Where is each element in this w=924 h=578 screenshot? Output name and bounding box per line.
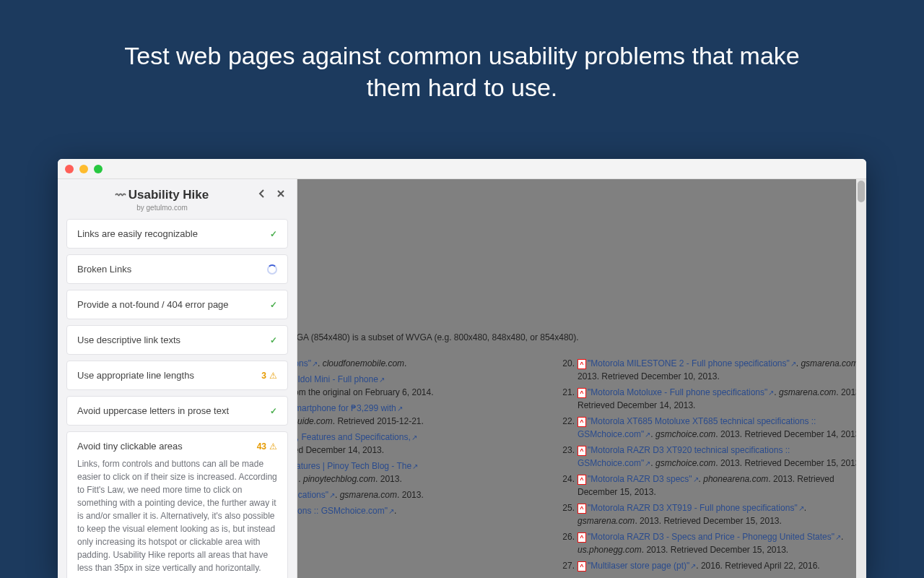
reference-item: 25.^"Motorola RAZR D3 XT919 - Full phone… [557,501,866,527]
back-icon[interactable] [256,188,268,199]
page-viewport[interactable]: VGA display; FWVGA (854x480) is a subset… [297,179,866,578]
reference-item: 20.^"Motorola MILESTONE 2 - Full phone s… [557,357,866,383]
intro-text: VGA display; FWVGA (854x480) is a subset… [297,331,866,344]
page-content: VGA display; FWVGA (854x480) is a subset… [297,331,866,575]
check-icon: ✓ [270,335,277,345]
rule-label: Provide a not-found / 404 error page [77,299,229,310]
scrollbar-thumb[interactable] [858,181,865,202]
warn-count: 3 [261,371,266,381]
rules-list: Links are easily recognizable✓Broken Lin… [58,219,297,578]
spinner-icon [267,264,277,275]
highlight-marker[interactable]: ^ [578,475,586,485]
brand: 〰Usability Hike by getulmo.com [68,188,256,212]
reference-number: 25. [557,501,578,527]
warning-icon: ⚠ [269,441,277,452]
highlight-marker[interactable]: ^ [578,388,586,398]
reference-number: 24. [557,473,578,499]
sidebar: 〰Usability Hike by getulmo.com Links are… [58,179,297,578]
reference-number: 27. [557,559,578,572]
check-icon: ✓ [270,300,277,310]
reference-item: 27.^"Multilaser store page (pt)"↗. 2016.… [557,559,866,572]
reference-number: 26. [557,530,578,556]
reference-item: erview, Specifications"↗. cloudfonemobil… [297,357,536,370]
reference-link[interactable]: echnical specifications :: GSMchoice.com… [297,506,388,516]
headline: Test web pages against common usability … [0,0,924,132]
reference-link[interactable]: "Motorola RAZR D3 - Specs and Price - Ph… [588,532,834,542]
window-controls [65,165,103,173]
reference-link[interactable]: 0 Specs, Price, Features | Pinoy Tech Bl… [297,461,411,471]
rule-label: Links are easily recognizable [77,228,198,239]
maximize-window-icon[interactable] [94,165,103,173]
reference-link[interactable]: 0 Price Philippines, Features and Specif… [297,432,411,442]
references-right: 20.^"Motorola MILESTONE 2 - Full phone s… [557,357,866,575]
rule-item[interactable]: Use descriptive link texts✓ [66,325,288,355]
reference-item: 0 Specs, Price, Features | Pinoy Tech Bl… [297,460,536,486]
reference-link[interactable]: "Multilaser store page (pt)" [588,561,689,571]
reference-item: 24.^"Motorola RAZR D3 specs"↗. phonearen… [557,473,866,499]
reference-link[interactable]: erview, Specifications" [297,358,311,368]
highlight-marker[interactable]: ^ [578,504,586,514]
reference-link[interactable]: "Motorola MILESTONE 2 - Full phone speci… [588,358,790,368]
highlight-marker[interactable]: ^ [578,359,586,369]
rule-label: Avoid uppercase letters in prose text [77,405,229,416]
reference-item: 22.^"Motorola XT685 Motoluxe XT685 techn… [557,415,866,441]
reference-link[interactable]: "Motorola Motoluxe - Full phone specific… [588,387,767,397]
app-window: 〰Usability Hike by getulmo.com Links are… [58,159,866,578]
warn-count: 43 [257,441,266,452]
reference-link[interactable]: Inch Quad Core Smartphone for ₱3,299 wit… [297,403,396,413]
rule-item[interactable]: Use appropriate line lengths3 ⚠ [66,361,288,390]
highlight-marker[interactable]: ^ [578,417,586,427]
reference-number: 23. [557,444,578,470]
rule-description: Links, form controls and buttons can all… [77,457,277,574]
warning-icon: ⚠ [269,371,277,381]
rule-item[interactable]: Avoid tiny clickable areas43 ⚠Links, for… [66,431,288,578]
reference-item: 21.^"Motorola Motoluxe - Full phone spec… [557,386,866,412]
pulse-icon: 〰 [116,189,126,201]
reference-number: 20. [557,357,578,383]
rule-label: Use appropriate line lengths [77,370,194,381]
minimize-window-icon[interactable] [79,165,88,173]
rule-label: Avoid tiny clickable areas [77,441,183,452]
highlight-marker[interactable]: ^ [578,532,586,543]
rule-item[interactable]: Provide a not-found / 404 error page✓ [66,290,288,319]
reference-item: Inch Quad Core Smartphone for ₱3,299 wit… [297,402,536,428]
window-titlebar [58,159,866,179]
reference-link[interactable]: Alcatel One Touch Idol Mini - Full phone [297,374,378,384]
reference-item: 26.^"Motorola RAZR D3 - Specs and Price … [557,530,866,556]
reference-item: 0 Price Philippines, Features and Specif… [297,431,536,457]
reference-link[interactable]: "Motorola RAZR D3 specs" [588,474,692,484]
scrollbar-track[interactable] [856,179,866,578]
reference-item: Alcatel One Touch Idol Mini - Full phone… [297,373,536,399]
check-icon: ✓ [270,406,277,416]
highlight-marker[interactable]: ^ [578,561,586,571]
close-window-icon[interactable] [65,165,74,173]
rule-label: Broken Links [77,264,131,275]
rule-item[interactable]: Links are easily recognizable✓ [66,219,288,249]
reference-number: 22. [557,415,578,441]
highlight-marker[interactable]: ^ [578,446,586,456]
reference-item: - Full phone specifications"↗. gsmarena.… [297,488,536,501]
close-panel-icon[interactable] [275,188,287,199]
rule-label: Use descriptive link texts [77,335,180,345]
reference-item: 23.^"Motorola RAZR D3 XT920 technical sp… [557,444,866,470]
rule-item[interactable]: Broken Links [66,254,288,284]
reference-link[interactable]: - Full phone specifications" [297,490,328,500]
reference-number: 21. [557,386,578,412]
reference-link[interactable]: "Motorola RAZR D3 XT919 - Full phone spe… [588,503,798,513]
reference-item: echnical specifications :: GSMchoice.com… [297,504,536,517]
rule-item[interactable]: Avoid uppercase letters in prose text✓ [66,396,288,426]
brand-subtitle: by getulmo.com [68,204,256,212]
check-icon: ✓ [270,229,277,239]
brand-title: Usability Hike [128,188,209,202]
references-left: erview, Specifications"↗. cloudfonemobil… [297,357,536,575]
